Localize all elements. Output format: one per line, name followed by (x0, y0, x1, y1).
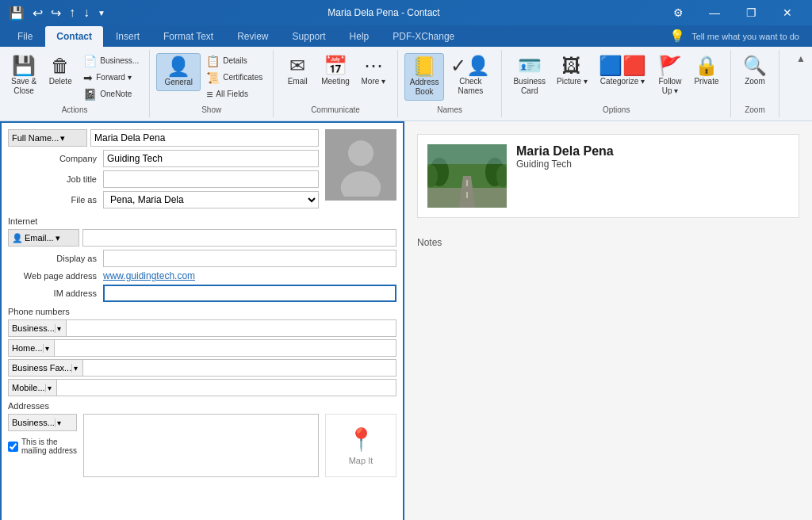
zoom-button[interactable]: 🔍 Zoom (737, 53, 772, 90)
mailing-label: This is themailing address (21, 438, 77, 455)
business-card-preview: Maria Dela Pena Guiding Tech (417, 134, 799, 218)
general-button[interactable]: 👤 General (156, 53, 201, 91)
details-icon: 📋 (206, 55, 220, 67)
categorize-button[interactable]: 🟦🟥 Categorize ▾ (594, 53, 651, 90)
address-dropdown-button[interactable]: Business... ▾ (8, 414, 77, 431)
im-row: IM address (8, 285, 396, 302)
tell-me-input[interactable]: Tell me what you want to do (691, 32, 799, 41)
picture-button[interactable]: 🖼 Picture ▾ (552, 53, 592, 90)
phone-input-0[interactable] (67, 319, 396, 337)
address-dropdown-icon[interactable]: ▾ (55, 419, 63, 427)
phone-section-label: Phone numbers (8, 307, 396, 316)
save-icon[interactable]: 💾 (6, 6, 27, 21)
maximize-button[interactable]: ❐ (733, 0, 769, 25)
undo-icon[interactable]: ↩ (30, 6, 45, 21)
follow-up-button[interactable]: 🚩 FollowUp ▾ (653, 53, 688, 99)
down-icon[interactable]: ↓ (81, 6, 92, 20)
email-dropdown-button[interactable]: 👤 Email... ▾ (8, 229, 79, 247)
tab-insert[interactable]: Insert (105, 26, 151, 47)
show-label: Show (201, 105, 221, 114)
check-names-icon: ✓👤 (450, 56, 490, 75)
certificates-button[interactable]: 📜 Certificates (202, 70, 266, 86)
redo-icon[interactable]: ↪ (48, 6, 63, 21)
customize-qat-icon[interactable]: ▼ (95, 9, 108, 17)
tab-pdf-xchange[interactable]: PDF-XChange (381, 26, 465, 47)
bc-landscape-image (427, 144, 507, 208)
more-button[interactable]: ⋯ More ▾ (356, 53, 391, 90)
email-button[interactable]: ✉ Email (280, 53, 315, 90)
private-icon: 🔒 (695, 56, 718, 75)
svg-rect-9 (427, 144, 507, 164)
notes-label: Notes (417, 237, 799, 248)
phone-dropdown-icon-0[interactable]: ▾ (55, 324, 63, 333)
tab-help[interactable]: Help (339, 26, 381, 47)
email-input[interactable] (82, 229, 396, 247)
phone-dropdown-icon-2[interactable]: ▾ (71, 364, 79, 373)
title-bar: 💾 ↩ ↪ ↑ ↓ ▼ Maria Dela Pena - Contact ⚙ … (0, 0, 812, 25)
phone-input-1[interactable] (55, 339, 396, 357)
tab-contact[interactable]: Contact (45, 26, 103, 47)
company-row: Company (8, 150, 319, 167)
display-as-input[interactable] (103, 250, 396, 267)
ribbon-collapse-button[interactable]: ▲ (790, 50, 812, 117)
ribbon-group-communicate: ✉ Email 📅 Meeting ⋯ More ▾ Communicate (274, 50, 398, 117)
forward-icon: ➡ (83, 72, 93, 83)
phone-dropdown-icon-1[interactable]: ▾ (43, 344, 51, 353)
file-as-select[interactable]: Pena, Maria Dela (103, 191, 319, 208)
display-as-label: Display as (8, 254, 103, 263)
categorize-icon: 🟦🟥 (599, 56, 646, 75)
private-button[interactable]: 🔒 Private (689, 53, 724, 90)
svg-point-1 (341, 171, 381, 197)
web-link[interactable]: www.guidingtech.com (103, 270, 396, 281)
full-name-row: Full Name... ▾ (8, 129, 319, 147)
company-label: Company (8, 154, 103, 163)
address-area: Business... ▾ This is themailing address… (8, 414, 396, 477)
web-page-row: Web page address www.guidingtech.com (8, 270, 396, 281)
phone-label-button-2[interactable]: Business Fax... ▾ (8, 359, 83, 377)
map-it-button[interactable]: 📍 Map It (325, 414, 396, 477)
address-book-button[interactable]: 📒 AddressBook (404, 53, 445, 101)
picture-icon: 🖼 (562, 56, 581, 75)
business-card-button[interactable]: 🪪 BusinessCard (508, 53, 550, 99)
zoom-icon: 🔍 (743, 56, 767, 75)
phone-label-button-1[interactable]: Home... ▾ (8, 339, 55, 357)
im-input[interactable] (103, 285, 396, 302)
job-title-label: Job title (8, 174, 103, 184)
mailing-checkbox[interactable] (8, 442, 18, 452)
onenote-button[interactable]: 📓 OneNote (79, 86, 143, 102)
company-input[interactable] (103, 150, 319, 167)
address-input[interactable] (83, 414, 319, 477)
delete-icon: 🗑 (51, 56, 70, 75)
save-close-button[interactable]: 💾 Save &Close (6, 53, 41, 99)
phone-input-3[interactable] (57, 379, 396, 396)
tab-review[interactable]: Review (226, 26, 279, 47)
delete-button[interactable]: 🗑 Delete (43, 53, 78, 90)
minimize-button[interactable]: — (696, 0, 733, 25)
lightbulb-icon[interactable]: 💡 (669, 29, 685, 44)
full-name-button[interactable]: Full Name... ▾ (8, 129, 87, 147)
email-icon: 👤 (12, 233, 23, 243)
close-button[interactable]: ✕ (769, 0, 806, 25)
notes-input[interactable] (417, 251, 799, 410)
meeting-button[interactable]: 📅 Meeting (316, 53, 354, 90)
phone-label-button-3[interactable]: Mobile... ▾ (8, 379, 57, 396)
up-icon[interactable]: ↑ (67, 6, 78, 20)
save-new-button[interactable]: 📄 Business... (79, 53, 143, 69)
contact-form: Full Name... ▾ Company Job title (0, 121, 404, 520)
tab-file[interactable]: File (6, 26, 44, 47)
forward-button[interactable]: ➡ Forward ▾ (79, 70, 143, 86)
full-name-input[interactable] (90, 129, 319, 147)
phone-label-button-0[interactable]: Business... ▾ (8, 319, 67, 337)
tab-support[interactable]: Support (282, 26, 337, 47)
ribbon: File Contact Insert Format Text Review S… (0, 25, 812, 121)
phone-input-2[interactable] (83, 359, 396, 377)
contact-photo[interactable] (325, 129, 396, 201)
tab-format-text[interactable]: Format Text (152, 26, 224, 47)
phone-dropdown-icon-3[interactable]: ▾ (45, 384, 53, 392)
job-title-input[interactable] (103, 170, 319, 188)
check-names-button[interactable]: ✓👤 CheckNames (446, 53, 495, 99)
general-icon: 👤 (167, 57, 190, 76)
all-fields-button[interactable]: ≡ All Fields (202, 86, 266, 102)
settings-button[interactable]: ⚙ (660, 0, 696, 25)
details-button[interactable]: 📋 Details (202, 53, 266, 69)
